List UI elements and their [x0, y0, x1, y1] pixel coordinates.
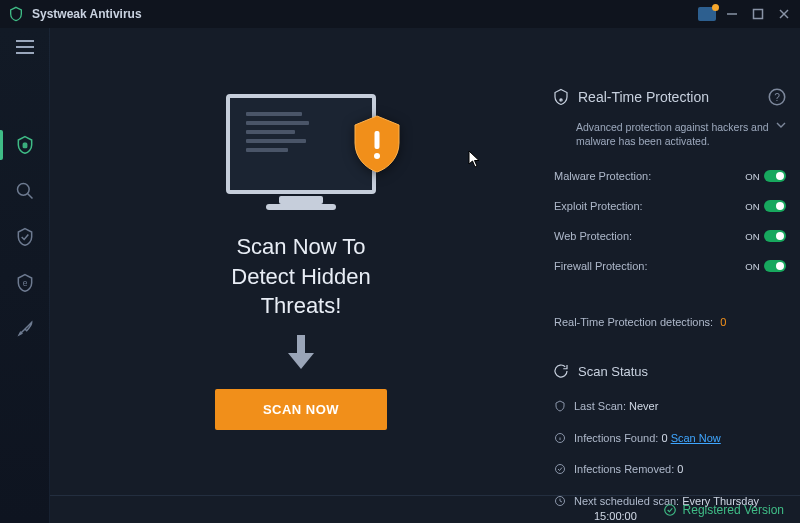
sidebar-item-optimize[interactable]	[0, 306, 50, 352]
infections-removed-row: Infections Removed: 0	[554, 462, 786, 477]
footer-bar: Registered Version	[50, 495, 800, 523]
shield-info-icon: i	[552, 88, 570, 106]
protection-row-exploit: Exploit Protection: ON	[554, 200, 786, 212]
svg-rect-7	[23, 143, 26, 147]
check-circle-icon	[554, 463, 566, 475]
registered-text: Registered Version	[683, 503, 784, 517]
protection-label: Exploit Protection:	[554, 200, 745, 212]
infections-found-label: Infections Found:	[574, 432, 658, 444]
infections-removed-label: Infections Removed:	[574, 463, 674, 475]
arrow-down-icon	[286, 335, 316, 373]
close-button[interactable]	[776, 6, 792, 22]
check-circle-icon	[663, 503, 677, 517]
minimize-button[interactable]	[724, 6, 740, 22]
main-area: Scan Now To Detect Hidden Threats! SCAN …	[50, 28, 800, 523]
svg-rect-13	[297, 335, 305, 355]
scan-now-link[interactable]: Scan Now	[671, 432, 721, 444]
protection-row-web: Web Protection: ON	[554, 230, 786, 242]
info-icon	[554, 432, 566, 444]
infections-removed-value: 0	[677, 463, 683, 475]
infections-found-row: Infections Found: 0 Scan Now	[554, 431, 786, 446]
menu-toggle[interactable]	[0, 32, 50, 62]
right-pane: i Real-Time Protection ? Advanced protec…	[552, 28, 800, 523]
scan-status-title: Scan Status	[578, 364, 648, 379]
rtp-title: Real-Time Protection	[578, 89, 709, 105]
svg-point-12	[374, 153, 380, 159]
svg-line-9	[27, 194, 32, 199]
headline-line: Threats!	[231, 291, 370, 321]
last-scan-label: Last Scan:	[574, 400, 626, 412]
shield-small-icon	[554, 400, 566, 412]
svg-text:?: ?	[774, 92, 780, 103]
svg-rect-11	[375, 131, 380, 149]
rtp-description: Advanced protection against hackers and …	[576, 120, 770, 148]
protection-label: Malware Protection:	[554, 170, 745, 182]
license-card-icon[interactable]	[698, 7, 716, 21]
svg-point-22	[556, 465, 565, 474]
firewall-toggle[interactable]: ON	[745, 260, 786, 272]
scan-status-title-row: Scan Status	[552, 362, 786, 380]
protection-row-firewall: Firewall Protection: ON	[554, 260, 786, 272]
headline-line: Detect Hidden	[231, 262, 370, 292]
last-scan-value: Never	[629, 400, 658, 412]
maximize-button[interactable]	[750, 6, 766, 22]
detections-label: Real-Time Protection detections:	[554, 316, 713, 328]
detections-count: 0	[720, 316, 726, 328]
app-logo-icon	[8, 6, 24, 22]
rtp-description-row[interactable]: Advanced protection against hackers and …	[576, 120, 786, 148]
registered-badge: Registered Version	[663, 503, 784, 517]
scan-headline: Scan Now To Detect Hidden Threats!	[231, 232, 370, 321]
app-title: Systweak Antivirus	[32, 7, 698, 21]
svg-point-8	[17, 184, 29, 196]
headline-line: Scan Now To	[231, 232, 370, 262]
window-controls	[724, 6, 792, 22]
scan-now-button[interactable]: SCAN NOW	[215, 389, 387, 430]
refresh-icon	[552, 362, 570, 380]
protection-label: Web Protection:	[554, 230, 745, 242]
chevron-down-icon	[776, 120, 786, 130]
rtp-title-row: i Real-Time Protection ?	[552, 88, 786, 106]
svg-point-26	[664, 504, 675, 515]
exploit-toggle[interactable]: ON	[745, 200, 786, 212]
svg-text:e: e	[22, 278, 27, 288]
protection-row-malware: Malware Protection: ON	[554, 170, 786, 182]
warning-shield-icon	[351, 114, 403, 174]
help-icon[interactable]: ?	[768, 88, 786, 106]
protection-label: Firewall Protection:	[554, 260, 745, 272]
malware-toggle[interactable]: ON	[745, 170, 786, 182]
svg-rect-1	[754, 10, 763, 19]
sidebar-item-protection[interactable]	[0, 214, 50, 260]
infections-found-value: 0	[661, 432, 667, 444]
sidebar-item-scan[interactable]	[0, 168, 50, 214]
hero-illustration	[211, 74, 391, 214]
rtp-detections-row: Real-Time Protection detections: 0	[554, 316, 786, 328]
last-scan-row: Last Scan: Never	[554, 399, 786, 414]
sidebar: e	[0, 28, 50, 523]
sidebar-item-status[interactable]	[0, 122, 50, 168]
center-pane: Scan Now To Detect Hidden Threats! SCAN …	[50, 28, 552, 523]
web-toggle[interactable]: ON	[745, 230, 786, 242]
svg-marker-14	[288, 353, 314, 369]
title-bar: Systweak Antivirus	[0, 0, 800, 28]
sidebar-item-browser[interactable]: e	[0, 260, 50, 306]
